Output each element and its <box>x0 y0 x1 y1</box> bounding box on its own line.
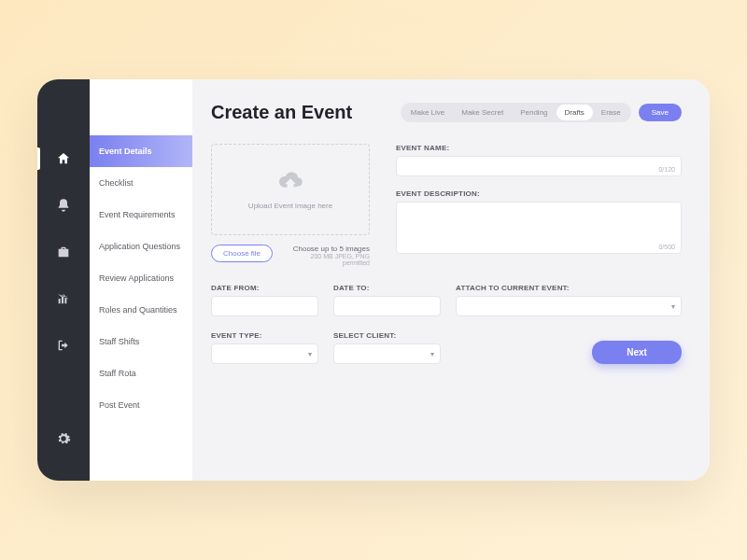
rail-logout[interactable] <box>37 322 90 369</box>
select-client-select[interactable]: ▾ <box>333 343 441 364</box>
attach-label: ATTACH TO CURRENT EVENT: <box>456 284 682 292</box>
sub-nav-item[interactable]: Event Requirements <box>90 199 192 231</box>
upload-info: Choose up to 5 images 200 MB JPEG, PNG p… <box>284 245 370 266</box>
chart-icon <box>56 291 71 306</box>
lower-left: DATE FROM: DATE TO: EVENT TYPE: ▾ SELECT… <box>211 284 441 364</box>
event-type-select[interactable]: ▾ <box>211 343 318 364</box>
app-window: Event DetailsChecklistEvent Requirements… <box>37 79 710 481</box>
save-button[interactable]: Save <box>639 104 682 121</box>
cloud-upload-icon <box>277 170 303 196</box>
event-name-label: EVENT NAME: <box>396 144 682 152</box>
header-action[interactable]: Make Live <box>402 105 453 120</box>
sub-nav-item[interactable]: Staff Shifts <box>90 326 192 357</box>
upload-info-line1: Choose up to 5 images <box>284 245 370 253</box>
event-desc-label: EVENT DESCRIPTION: <box>396 189 682 198</box>
date-to-label: DATE TO: <box>333 284 441 292</box>
header-action[interactable]: Drafts <box>557 105 593 120</box>
home-icon <box>56 151 71 166</box>
logout-icon <box>56 338 71 353</box>
icon-rail <box>37 79 90 481</box>
upload-info-line2: 200 MB JPEG, PNG permitted <box>284 253 370 266</box>
main-panel: Create an Event Make LiveMake SecretPend… <box>192 79 710 481</box>
sub-nav-item[interactable]: Roles and Quantities <box>90 294 192 326</box>
rail-settings[interactable] <box>37 415 90 462</box>
sub-nav-item[interactable]: Review Applications <box>90 262 192 294</box>
attach-select[interactable]: ▾ <box>456 296 682 316</box>
sub-nav-item[interactable]: Post Event <box>90 389 192 421</box>
lower-form: DATE FROM: DATE TO: EVENT TYPE: ▾ SELECT… <box>211 284 682 364</box>
select-client-label: SELECT CLIENT: <box>333 331 441 340</box>
sub-nav: Event DetailsChecklistEvent Requirements… <box>90 79 192 481</box>
chevron-down-icon: ▾ <box>308 350 312 358</box>
gear-icon <box>56 431 71 446</box>
lower-right: ATTACH TO CURRENT EVENT: ▾ Next <box>456 284 682 364</box>
sub-nav-item[interactable]: Application Questions <box>90 231 192 262</box>
sub-nav-item[interactable]: Staff Rota <box>90 357 192 389</box>
upload-meta: Choose file Choose up to 5 images 200 MB… <box>211 245 370 266</box>
rail-notifications[interactable] <box>37 182 90 229</box>
event-desc-counter: 0/500 <box>658 244 675 250</box>
bell-icon <box>56 198 71 213</box>
sub-nav-item[interactable]: Event Details <box>90 135 192 167</box>
date-to-input[interactable] <box>333 296 441 316</box>
header-actions: Make LiveMake SecretPendingDraftsErase <box>401 103 631 122</box>
event-type-label: EVENT TYPE: <box>211 331 318 340</box>
right-column: EVENT NAME: 0/120 EVENT DESCRIPTION: 0/5… <box>396 144 682 267</box>
sub-nav-item[interactable]: Checklist <box>90 167 192 199</box>
event-name-counter: 0/120 <box>658 166 675 173</box>
header-action[interactable]: Pending <box>512 105 556 120</box>
choose-file-button[interactable]: Choose file <box>211 245 273 262</box>
header: Create an Event Make LiveMake SecretPend… <box>211 102 682 123</box>
header-action[interactable]: Erase <box>593 105 629 120</box>
next-button[interactable]: Next <box>592 341 682 364</box>
page-title: Create an Event <box>211 102 352 123</box>
event-desc-input[interactable]: 0/500 <box>396 202 682 254</box>
left-column: Upload Event image here Choose file Choo… <box>211 144 370 267</box>
rail-briefcase[interactable] <box>37 229 90 275</box>
upload-placeholder-text: Upload Event image here <box>248 202 332 210</box>
date-from-input[interactable] <box>211 296 318 316</box>
content: Upload Event image here Choose file Choo… <box>211 144 682 267</box>
upload-dropzone[interactable]: Upload Event image here <box>211 144 370 235</box>
event-name-input[interactable]: 0/120 <box>396 156 682 176</box>
rail-analytics[interactable] <box>37 275 90 322</box>
date-from-label: DATE FROM: <box>211 284 318 292</box>
chevron-down-icon: ▾ <box>430 350 434 358</box>
header-action[interactable]: Make Secret <box>453 105 512 120</box>
briefcase-icon <box>56 245 71 259</box>
rail-home[interactable] <box>37 135 90 182</box>
chevron-down-icon: ▾ <box>671 302 675 311</box>
